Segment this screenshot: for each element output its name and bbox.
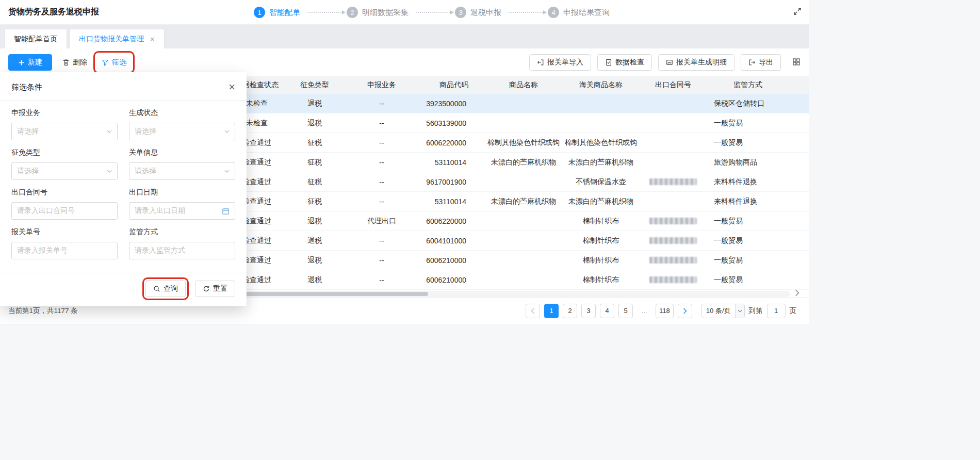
page-button-118[interactable]: 118 <box>656 304 674 318</box>
filter-field-label: 申报业务 <box>11 108 118 118</box>
table-row[interactable]: 检查通过退税--6004101000棉制针织布一般贸易 <box>225 231 809 251</box>
prev-page-button[interactable] <box>526 304 540 318</box>
cell <box>485 172 562 191</box>
tab-label: 智能配单首页 <box>14 35 57 44</box>
cell <box>562 94 640 113</box>
app-window: 货物劳务及服务退税申报 1智能配单2明细数据采集3退税申报4申报结果查询 智能配… <box>0 0 809 324</box>
step-connector <box>509 12 543 13</box>
generate-status-select[interactable]: 请选择 <box>129 123 235 140</box>
generate-detail-button[interactable]: 报关单生成明细 <box>658 54 734 71</box>
import-icon <box>537 59 544 66</box>
table-row[interactable]: 未检查退税--5603139000一般贸易 <box>225 113 809 133</box>
page-size-select[interactable]: 10 条/页 <box>701 304 745 318</box>
tab-label: 出口货物报关单管理 <box>79 35 144 44</box>
cell: 征税 <box>289 153 340 172</box>
page-button-4[interactable]: 4 <box>600 304 614 318</box>
exemption-type-select[interactable]: 请选择 <box>11 162 118 180</box>
reset-button[interactable]: 重置 <box>195 281 235 297</box>
close-icon[interactable]: × <box>228 81 235 93</box>
scroll-right-icon[interactable] <box>795 289 799 298</box>
funnel-icon <box>102 59 109 66</box>
cell: -- <box>340 153 423 172</box>
masked-text <box>649 237 697 244</box>
cell: -- <box>340 270 423 289</box>
cell <box>485 113 562 133</box>
export-contract-no-input[interactable]: 请录入出口合同号 <box>11 202 118 220</box>
cell: 一般贸易 <box>707 133 789 152</box>
tab-1[interactable]: 智能配单首页 <box>4 29 67 48</box>
filter-button[interactable]: 筛选 <box>96 54 132 71</box>
filter-field-declaration-no: 报关单号请录入报关单号 <box>11 227 118 259</box>
filter-panel-footer: 查询 重置 <box>0 272 247 299</box>
table-row[interactable]: 检查通过退税--6006210000棉制针织布一般贸易 <box>225 270 809 290</box>
customs-declarations-table: 数据检查状态征免类型申报业务商品代码商品名称海关商品名称出口合同号监管方式 未检… <box>225 76 809 290</box>
supervision-mode-input[interactable]: 请录入监管方式 <box>129 242 235 259</box>
filter-button-label: 筛选 <box>112 58 126 67</box>
trash-icon <box>62 59 70 66</box>
table-row[interactable]: 检查通过退税--6006210000棉制针织布一般贸易 <box>225 251 809 270</box>
declaration-no-input[interactable]: 请录入报关单号 <box>11 242 118 259</box>
delete-button[interactable]: 删除 <box>57 54 92 71</box>
cell <box>640 211 707 231</box>
declare-business-select[interactable]: 请选择 <box>11 123 118 140</box>
filter-panel-header: 筛选条件 × <box>0 72 247 101</box>
table-row[interactable]: 检查通过征税--9617001900不锈钢保温水壶来料料件退换 <box>225 172 809 192</box>
cell: 未漂白的苎麻机织物 <box>562 153 640 172</box>
search-button[interactable]: 查询 <box>145 281 186 297</box>
cell: -- <box>340 172 423 191</box>
export-date-input[interactable]: 请录入出口日期 <box>129 202 235 220</box>
cell: 9617001900 <box>423 172 485 191</box>
step-label: 申报结果查询 <box>563 8 610 18</box>
cell: 6004101000 <box>423 231 485 250</box>
step-number: 4 <box>548 7 559 18</box>
chevron-down-icon <box>107 170 112 173</box>
jump-page-input[interactable] <box>767 304 786 318</box>
next-page-button[interactable] <box>678 304 692 318</box>
tab-2[interactable]: 出口货物报关单管理× <box>69 29 165 48</box>
export-button[interactable]: 导出 <box>741 54 781 71</box>
placeholder-text: 请选择 <box>135 127 156 136</box>
cell: 退税 <box>289 270 340 289</box>
step-label: 退税申报 <box>470 8 501 18</box>
page-button-5[interactable]: 5 <box>618 304 633 318</box>
table-row[interactable]: 检查通过征税--53110014未漂白的苎麻机织物未漂白的苎麻机织物来料料件退换 <box>225 192 809 211</box>
cell: 未漂白的苎麻机织物 <box>485 192 562 211</box>
filter-field-declaration-info: 关单信息请选择 <box>129 148 235 180</box>
filter-field-label: 出口合同号 <box>11 188 118 197</box>
page-button-2[interactable]: 2 <box>563 304 577 318</box>
cell: -- <box>340 251 423 270</box>
table-row[interactable]: 未检查退税--3923500000保税区仓储转口 <box>225 94 809 113</box>
cell: 3923500000 <box>423 94 485 113</box>
filter-fields: 申报业务请选择生成状态请选择征免类型请选择关单信息请选择出口合同号请录入出口合同… <box>0 101 247 259</box>
step-label: 智能配单 <box>269 8 300 18</box>
page-button-1[interactable]: 1 <box>544 304 559 318</box>
toolbar-right: 报关单导入 数据检查 报关单生成明细 导出 <box>529 54 801 71</box>
filter-panel-title: 筛选条件 <box>11 83 42 92</box>
data-check-button[interactable]: 数据检查 <box>597 54 652 71</box>
cell <box>485 211 562 231</box>
cell: 退税 <box>289 113 340 133</box>
step-indicator: 1智能配单2明细数据采集3退税申报4申报结果查询 <box>254 0 610 25</box>
placeholder-text: 请选择 <box>17 127 39 136</box>
placeholder-text: 请录入监管方式 <box>135 246 185 255</box>
chevron-down-icon <box>224 170 230 173</box>
column-header-7: 监管方式 <box>707 76 789 94</box>
cell: 棉制针织布 <box>562 270 640 289</box>
table-row[interactable]: 检查通过征税--6006220000棉制其他染色针织或钩棉制其他染色针织或钩一般… <box>225 133 809 153</box>
close-tab-icon[interactable]: × <box>150 35 155 43</box>
search-button-label: 查询 <box>164 284 178 293</box>
page-button-3[interactable]: 3 <box>581 304 596 318</box>
column-settings-icon[interactable] <box>792 58 801 68</box>
cell: 6006210000 <box>423 251 485 270</box>
column-header-1: 征免类型 <box>289 76 340 94</box>
filter-field-exemption-type: 征免类型请选择 <box>11 148 118 180</box>
import-button-label: 报关单导入 <box>547 58 583 67</box>
cell: 旅游购物商品 <box>707 153 789 172</box>
fullscreen-icon[interactable] <box>793 7 802 17</box>
declaration-info-select[interactable]: 请选择 <box>129 162 235 180</box>
placeholder-text: 请选择 <box>17 167 39 176</box>
import-button[interactable]: 报关单导入 <box>529 54 591 71</box>
table-row[interactable]: 检查通过征税--53110014未漂白的苎麻机织物未漂白的苎麻机织物旅游购物商品 <box>225 153 809 172</box>
new-button[interactable]: 新建 <box>8 54 52 71</box>
table-row[interactable]: 检查通过退税代理出口6006220000棉制针织布一般贸易 <box>225 211 809 231</box>
